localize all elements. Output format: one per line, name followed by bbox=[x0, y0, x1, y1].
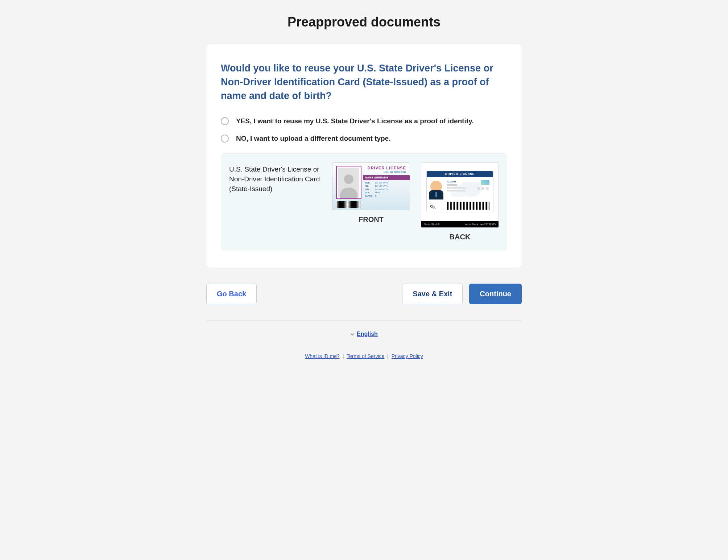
terms-of-service-link[interactable]: Terms of Service bbox=[347, 353, 384, 359]
field-key: CLASS: bbox=[365, 195, 375, 197]
separator: | bbox=[387, 353, 389, 359]
field-value: DD-MM-YYYY bbox=[375, 188, 406, 190]
radio-icon bbox=[221, 117, 229, 125]
document-preview-box: U.S. State Driver's License or Non-Drive… bbox=[221, 153, 507, 250]
question-text: Would you like to reuse your U.S. State … bbox=[221, 62, 507, 103]
field-key: EXP: bbox=[365, 188, 375, 190]
license-fields: DOB:DD-MM-YYYY ISS:DD-MM-YYYY EXP:DD-MM-… bbox=[365, 182, 406, 197]
vector-stock-right: VectorStock.com/28758325 bbox=[464, 223, 496, 226]
radio-option-yes[interactable]: YES, I want to reuse my U.S. State Drive… bbox=[221, 117, 507, 125]
document-description: U.S. State Driver's License or Non-Drive… bbox=[229, 162, 321, 194]
footer-links: What is ID.me? | Terms of Service | Priv… bbox=[206, 353, 522, 359]
radio-no-rest: , I want to upload a different document … bbox=[247, 135, 391, 142]
back-label: BACK bbox=[450, 233, 471, 241]
privacy-policy-link[interactable]: Privacy Policy bbox=[392, 353, 423, 359]
language-selector[interactable]: English bbox=[206, 331, 522, 337]
field-key: SEX: bbox=[365, 192, 375, 194]
barcode-icon bbox=[447, 202, 489, 210]
radio-label-yes: YES, I want to reuse my U.S. State Drive… bbox=[236, 117, 474, 125]
go-back-button[interactable]: Go Back bbox=[206, 284, 257, 304]
signature-icon: Sig bbox=[430, 204, 435, 210]
save-exit-button[interactable]: Save & Exit bbox=[402, 284, 463, 304]
radio-icon bbox=[221, 135, 229, 143]
radio-yes-rest: , I want to reuse my U.S. State Driver's… bbox=[250, 117, 474, 125]
license-number: LIC#: 1234567989-005 bbox=[384, 171, 406, 173]
radio-option-no[interactable]: NO, I want to upload a different documen… bbox=[221, 135, 507, 143]
thumb-icons bbox=[477, 187, 489, 190]
divider bbox=[206, 320, 522, 321]
license-back-image: DRIVER LICENSE ID 00000 Sig VectorStoc bbox=[421, 162, 499, 228]
front-label: FRONT bbox=[359, 215, 384, 224]
field-value: DD-MM-YYYY bbox=[375, 182, 406, 184]
field-value: B bbox=[375, 195, 406, 197]
separator: | bbox=[343, 353, 344, 359]
continue-button[interactable]: Continue bbox=[469, 284, 522, 304]
barcode-icon bbox=[337, 201, 361, 208]
field-key: ISS: bbox=[365, 185, 375, 187]
language-label: English bbox=[357, 331, 378, 337]
chevron-down-icon bbox=[350, 332, 354, 336]
license-front-title: DRIVER LICENSE bbox=[368, 166, 406, 170]
chip-icon bbox=[481, 180, 489, 185]
radio-label-no: NO, I want to upload a different documen… bbox=[236, 135, 390, 143]
radio-group: YES, I want to reuse my U.S. State Drive… bbox=[221, 117, 507, 143]
vector-stock-left: VectorStock® bbox=[424, 223, 440, 226]
front-preview-column: PHOTO SIZE DRIVER LICENSE LIC#: 12345679… bbox=[332, 162, 410, 224]
license-front-image: PHOTO SIZE DRIVER LICENSE LIC#: 12345679… bbox=[332, 162, 410, 210]
back-preview-column: DRIVER LICENSE ID 00000 Sig VectorStoc bbox=[421, 162, 499, 241]
action-row: Go Back Save & Exit Continue bbox=[206, 284, 522, 304]
id-label: ID 00000 bbox=[447, 181, 456, 183]
main-card: Would you like to reuse your U.S. State … bbox=[206, 44, 522, 268]
license-photo-placeholder: PHOTO SIZE bbox=[336, 166, 361, 199]
what-is-idme-link[interactable]: What is ID.me? bbox=[305, 353, 340, 359]
page-title: Preapproved documents bbox=[206, 15, 522, 30]
field-value: DD-MM-YYYY bbox=[375, 185, 406, 187]
radio-yes-strong: YES bbox=[236, 117, 250, 125]
radio-no-strong: NO bbox=[236, 135, 247, 142]
field-key: DOB: bbox=[365, 182, 375, 184]
license-back-title: DRIVER LICENSE bbox=[427, 171, 493, 177]
license-name-stripe: NAME SURNAME bbox=[363, 175, 410, 180]
field-value: MALE bbox=[375, 192, 406, 194]
